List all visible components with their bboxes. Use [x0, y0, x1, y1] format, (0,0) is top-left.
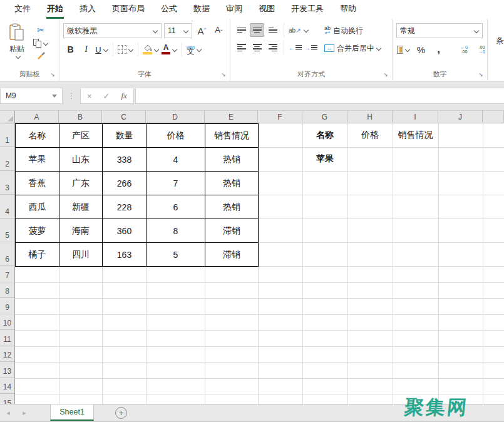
row-header-7[interactable]: 7: [0, 266, 14, 282]
column-header-J[interactable]: J: [438, 111, 483, 123]
column-header-partial[interactable]: [483, 111, 504, 123]
column-header-H[interactable]: H: [347, 111, 393, 123]
formula-bar-drag-handle[interactable]: ⋮: [63, 91, 80, 100]
cell-H1[interactable]: 价格: [347, 123, 393, 147]
orientation-dropdown-icon[interactable]: [304, 28, 309, 33]
cell-D1[interactable]: 价格: [147, 124, 205, 148]
select-all-corner[interactable]: [0, 111, 15, 123]
row-header-9[interactable]: 9: [0, 298, 14, 314]
row-header-12[interactable]: 12: [0, 346, 14, 363]
accounting-dropdown-icon[interactable]: [406, 48, 410, 52]
tab-view[interactable]: 视图: [250, 0, 283, 19]
grid-area[interactable]: 名称 产区 数量 价格 销售情况 苹果 山东 338 4 热销 香蕉 广东 26…: [0, 111, 504, 404]
cut-button[interactable]: ✂: [33, 24, 49, 36]
row-header-5[interactable]: 5: [0, 219, 14, 242]
phonetic-dropdown-icon[interactable]: [197, 48, 202, 52]
insert-function-icon[interactable]: fx: [121, 91, 127, 101]
cell-C2[interactable]: 338: [103, 148, 147, 172]
cell-B1[interactable]: 产区: [59, 124, 103, 148]
increase-decimal-button[interactable]: ←0.00: [457, 43, 471, 56]
formula-input[interactable]: [135, 88, 504, 104]
font-size-select[interactable]: 11: [164, 23, 192, 38]
cell-E2[interactable]: 热销: [205, 148, 259, 172]
row-header-2[interactable]: 2: [0, 147, 14, 171]
font-color-button[interactable]: A: [161, 43, 178, 56]
column-header-B[interactable]: B: [59, 111, 102, 123]
cell-D6[interactable]: 5: [147, 243, 205, 267]
cell-E1[interactable]: 销售情况: [205, 124, 259, 148]
next-sheet-button[interactable]: ▸: [16, 404, 33, 421]
wrap-text-button[interactable]: ab↩ 自动换行: [324, 24, 381, 38]
italic-button[interactable]: I: [79, 43, 93, 56]
format-painter-button[interactable]: [33, 51, 49, 62]
cell-A2[interactable]: 苹果: [16, 148, 59, 172]
cell-C3[interactable]: 266: [103, 172, 147, 195]
copy-dropdown-icon[interactable]: [44, 41, 48, 46]
sheet-tab-sheet1[interactable]: Sheet1: [50, 404, 94, 421]
row-header-11[interactable]: 11: [0, 330, 14, 346]
underline-button[interactable]: U: [95, 43, 109, 56]
cell-D2[interactable]: 4: [147, 148, 205, 172]
enter-icon[interactable]: ✓: [103, 91, 110, 101]
column-header-E[interactable]: E: [205, 111, 258, 123]
borders-button[interactable]: [117, 43, 134, 56]
number-dialog-launcher[interactable]: ↘: [477, 71, 484, 78]
row-header-4[interactable]: 4: [0, 195, 14, 219]
accounting-format-button[interactable]: [396, 43, 411, 56]
cell-B4[interactable]: 新疆: [59, 195, 103, 219]
align-center-button[interactable]: [250, 41, 264, 54]
clipboard-dialog-launcher[interactable]: ↘: [49, 71, 56, 78]
paste-dropdown-icon[interactable]: [16, 54, 21, 59]
bold-button[interactable]: B: [63, 43, 78, 56]
row-header-1[interactable]: 1: [0, 123, 14, 147]
font-dialog-launcher[interactable]: ↘: [220, 71, 227, 78]
cell-C4[interactable]: 228: [103, 195, 147, 219]
row-header-6[interactable]: 6: [0, 242, 14, 266]
cell-E5[interactable]: 滞销: [205, 219, 259, 243]
column-header-F[interactable]: F: [258, 111, 302, 123]
cell-D3[interactable]: 7: [147, 172, 205, 195]
row-header-3[interactable]: 3: [0, 171, 14, 195]
tab-help[interactable]: 帮助: [332, 0, 364, 19]
column-header-D[interactable]: D: [146, 111, 205, 123]
decrease-indent-button[interactable]: ←: [288, 41, 302, 54]
merge-center-button[interactable]: ↔ 合并后居中: [324, 41, 381, 55]
cell-B2[interactable]: 山东: [59, 148, 103, 172]
data-table[interactable]: 名称 产区 数量 价格 销售情况 苹果 山东 338 4 热销 香蕉 广东 26…: [15, 123, 259, 267]
align-top-button[interactable]: [234, 23, 249, 37]
column-header-I[interactable]: I: [393, 111, 438, 123]
tab-insert[interactable]: 插入: [71, 0, 104, 19]
merge-center-dropdown-icon[interactable]: [377, 46, 381, 51]
tab-data[interactable]: 数据: [185, 0, 218, 19]
copy-button[interactable]: [33, 38, 49, 49]
add-sheet-button[interactable]: +: [115, 407, 127, 419]
cell-A6[interactable]: 橘子: [16, 243, 59, 267]
tab-page-layout[interactable]: 页面布局: [104, 0, 153, 19]
row-header-10[interactable]: 10: [0, 314, 14, 331]
tab-home[interactable]: 开始: [39, 0, 71, 19]
borders-dropdown-icon[interactable]: [129, 48, 133, 52]
increase-indent-button[interactable]: →: [304, 41, 318, 54]
cell-A1[interactable]: 名称: [16, 124, 59, 148]
prev-sheet-button[interactable]: ◂: [0, 404, 16, 421]
cell-B3[interactable]: 广东: [59, 172, 103, 195]
cell-G1[interactable]: 名称: [302, 123, 347, 147]
font-color-dropdown-icon[interactable]: [173, 48, 177, 52]
cell-C1[interactable]: 数量: [103, 124, 147, 148]
number-format-select[interactable]: 常规: [396, 23, 483, 38]
align-bottom-button[interactable]: [265, 23, 280, 37]
column-header-C[interactable]: C: [102, 111, 146, 123]
cell-D4[interactable]: 6: [147, 195, 205, 219]
cell-D5[interactable]: 8: [147, 219, 205, 243]
orientation-button[interactable]: ab↗: [288, 23, 309, 37]
cell-A4[interactable]: 西瓜: [16, 195, 59, 219]
conditional-formatting-button[interactable]: 条件格式: [491, 23, 504, 46]
cell-A5[interactable]: 菠萝: [16, 219, 59, 243]
row-header-13[interactable]: 13: [0, 362, 14, 378]
tab-formulas[interactable]: 公式: [153, 0, 185, 19]
cell-C5[interactable]: 360: [103, 219, 147, 243]
cell-I1[interactable]: 销售情况: [393, 123, 438, 147]
cell-G2[interactable]: 苹果: [302, 147, 347, 171]
cell-E6[interactable]: 滞销: [205, 243, 259, 267]
cell-E3[interactable]: 热销: [205, 172, 259, 195]
